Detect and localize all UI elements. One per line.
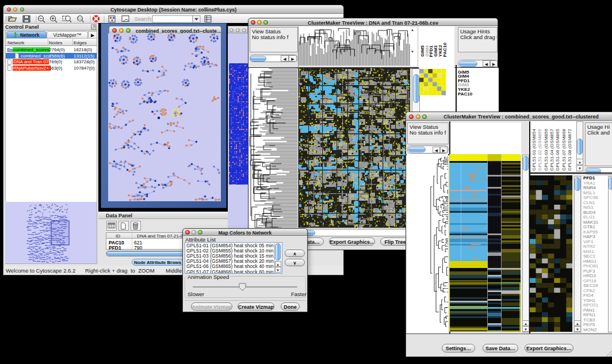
svg-text:Search:: Search:: [135, 16, 152, 22]
svg-text:1:1: 1:1: [78, 17, 82, 20]
